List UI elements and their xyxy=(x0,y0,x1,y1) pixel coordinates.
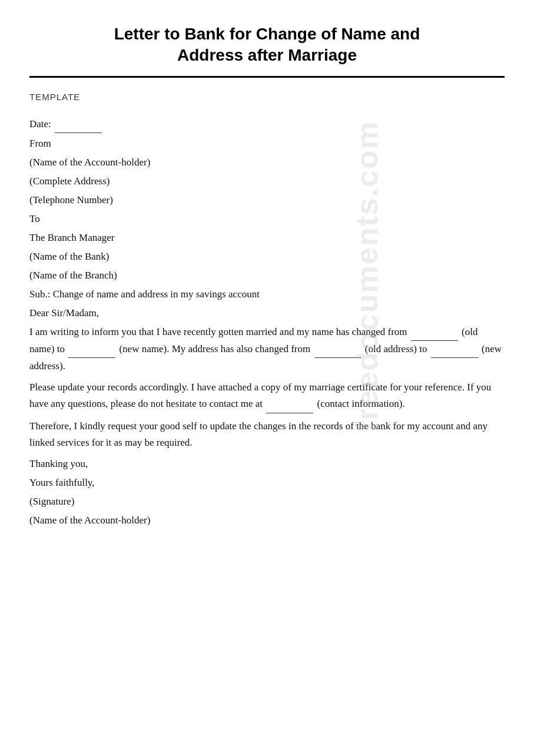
new-name-blank xyxy=(68,341,115,358)
salutation: Dear Sir/Madam, xyxy=(29,305,505,321)
to-label: To xyxy=(29,211,505,227)
paragraph-1: I am writing to inform you that I have r… xyxy=(29,324,505,374)
letter-body: Date: From (Name of the Account-holder) … xyxy=(29,116,505,529)
address: (Complete Address) xyxy=(29,173,505,190)
from-label: From xyxy=(29,135,505,152)
closing-2: Yours faithfully, xyxy=(29,475,505,491)
account-holder-name: (Name of the Account-holder) xyxy=(29,154,505,171)
contact-blank xyxy=(266,396,313,413)
date-line: Date: xyxy=(29,116,505,133)
subject-line: Sub.: Change of name and address in my s… xyxy=(29,286,505,303)
paragraph-3: Therefore, I kindly request your good se… xyxy=(29,418,505,451)
paragraph-2: Please update your records accordingly. … xyxy=(29,379,505,413)
date-blank xyxy=(55,116,102,133)
date-label: Date: xyxy=(29,118,51,130)
old-name-blank xyxy=(411,324,458,341)
name-closing: (Name of the Account-holder) xyxy=(29,512,505,529)
template-label: TEMPLATE xyxy=(29,92,505,102)
branch-manager: The Branch Manager xyxy=(29,230,505,246)
telephone: (Telephone Number) xyxy=(29,192,505,208)
page-content: freedocuments.com Letter to Bank for Cha… xyxy=(29,24,505,529)
closing-1: Thanking you, xyxy=(29,456,505,472)
signature: (Signature) xyxy=(29,493,505,510)
bank-name: (Name of the Bank) xyxy=(29,248,505,265)
old-address-blank xyxy=(314,341,361,358)
new-address-blank xyxy=(431,341,478,358)
title-divider xyxy=(29,76,505,78)
page-title: Letter to Bank for Change of Name andAdd… xyxy=(29,24,505,67)
branch-name: (Name of the Branch) xyxy=(29,267,505,284)
